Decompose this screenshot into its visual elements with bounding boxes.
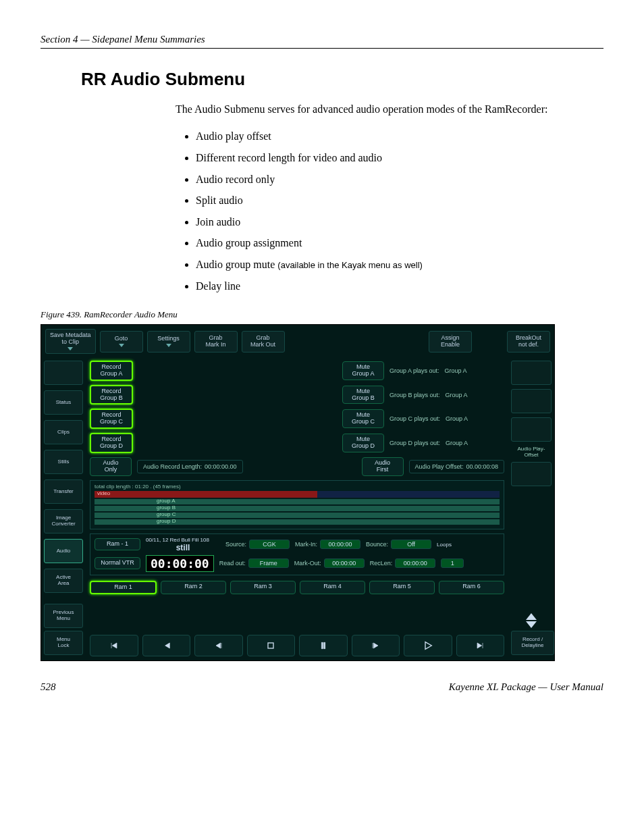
plays-out-label: Group C plays out:: [390, 415, 440, 422]
markout-value[interactable]: 00:00:00: [324, 558, 365, 568]
nav-status[interactable]: Status: [44, 390, 83, 415]
page-title: RR Audio Submenu: [81, 69, 603, 90]
markin-label: Mark-In:: [295, 541, 317, 548]
plays-out-value: Group A: [446, 440, 468, 446]
skip-end-icon: [475, 640, 485, 651]
mute-group-b-button[interactable]: MuteGroup B: [342, 386, 384, 405]
pause-button[interactable]: [299, 635, 348, 656]
timeline-view[interactable]: total clip length : 01:20 . (45 frames): [90, 480, 504, 529]
skip-start-button[interactable]: [90, 635, 138, 656]
audio-play-offset-value: 00.00:00:08: [466, 463, 498, 470]
assign-enable-button[interactable]: AssignEnable: [429, 331, 472, 353]
rewind-button[interactable]: [142, 635, 191, 656]
loops-value[interactable]: 1: [441, 558, 464, 568]
plays-out-label: Group A plays out:: [390, 367, 439, 374]
rewind-icon: [161, 640, 171, 651]
left-nav: Status Clips Stills Transfer ImageConver…: [41, 358, 86, 631]
timecode-display: 00:00:00: [146, 555, 214, 572]
list-item: Audio record only: [196, 171, 603, 188]
transport-bar: [86, 631, 508, 660]
audio-play-offset-slider-label: Audio Play-Offset: [511, 446, 552, 458]
mode-button[interactable]: Normal VTR: [95, 557, 140, 569]
track-group-b: [95, 506, 500, 511]
source-value[interactable]: CGK: [249, 540, 290, 549]
nav-stills[interactable]: Stills: [44, 450, 83, 474]
track-group-c: [95, 513, 500, 518]
screenshot-panel: Save Metadatato Clip Goto Settings GrabM…: [41, 324, 555, 661]
step-back-button[interactable]: [194, 635, 243, 656]
track-video: [95, 491, 500, 498]
stop-icon: [265, 640, 276, 651]
reclen-value[interactable]: 00:00:00: [395, 558, 435, 568]
record-group-c-button[interactable]: RecordGroup C: [90, 409, 133, 429]
list-item: Delay line: [196, 278, 603, 295]
audio-rec-length-label: Audio Record Length:: [143, 463, 202, 470]
intro-paragraph: The Audio Submenu serves for advanced au…: [176, 102, 603, 117]
record-group-a-button[interactable]: RecordGroup A: [90, 361, 133, 381]
figure-caption: Figure 439. RamRecorder Audio Menu: [41, 309, 603, 320]
skip-start-icon: [109, 640, 119, 651]
step-back-icon: [213, 640, 224, 651]
breakout-button[interactable]: BreakOutnot def.: [507, 331, 550, 353]
nav-previous-menu[interactable]: PreviousMenu: [44, 604, 83, 628]
reclen-label: RecLen:: [370, 560, 393, 567]
tab-ram-5[interactable]: Ram 5: [369, 581, 435, 594]
goto-button[interactable]: Goto: [100, 331, 143, 353]
right-slot[interactable]: [511, 462, 552, 486]
right-slot[interactable]: [511, 361, 552, 385]
right-column: Audio Play-Offset: [508, 358, 554, 631]
plays-out-value: Group A: [445, 367, 467, 374]
tab-ram-4[interactable]: Ram 4: [300, 581, 365, 594]
record-group-b-button[interactable]: RecordGroup B: [90, 385, 133, 405]
save-metadata-button[interactable]: Save Metadatato Clip: [45, 329, 96, 354]
svg-rect-0: [268, 643, 273, 648]
mute-group-a-button[interactable]: MuteGroup A: [342, 361, 384, 380]
skip-end-button[interactable]: [456, 635, 505, 656]
feature-list: Audio play offset Different record lengt…: [176, 128, 603, 294]
ram-tabs: Ram 1 Ram 2 Ram 3 Ram 4 Ram 5 Ram 6: [90, 581, 504, 594]
readout-label: Read out:: [219, 560, 246, 567]
stop-button[interactable]: [247, 635, 296, 656]
nav-blank[interactable]: [44, 361, 83, 385]
play-button[interactable]: [404, 635, 452, 656]
tab-ram-2[interactable]: Ram 2: [161, 581, 226, 594]
clip-name: 00/11, 12 Red Bull Fill 108: [146, 537, 220, 543]
record-delayline-button[interactable]: Record /Delayline: [511, 631, 554, 655]
nav-image-converter[interactable]: ImageConverter: [44, 509, 83, 533]
audio-rec-length-value: 00:00:00.00: [205, 463, 237, 470]
right-slot[interactable]: [511, 389, 552, 413]
mute-group-c-button[interactable]: MuteGroup C: [342, 409, 384, 428]
up-down-stepper[interactable]: [511, 613, 552, 628]
markin-value[interactable]: 00:00:00: [320, 540, 360, 549]
tab-ram-3[interactable]: Ram 3: [230, 581, 296, 594]
still-label: still: [146, 543, 220, 552]
step-forward-icon: [370, 640, 381, 651]
readout-value[interactable]: Frame: [248, 558, 289, 568]
tab-ram-1[interactable]: Ram 1: [90, 581, 157, 594]
list-item: Audio play offset: [196, 128, 603, 145]
footer-manual-name: Kayenne XL Package — User Manual: [449, 681, 603, 693]
settings-button[interactable]: Settings: [147, 331, 190, 353]
pause-icon: [318, 640, 329, 651]
grab-mark-out-button[interactable]: GrabMark Out: [242, 331, 285, 353]
record-group-d-button[interactable]: RecordGroup D: [90, 433, 133, 453]
tab-ram-6[interactable]: Ram 6: [439, 581, 504, 594]
nav-clips[interactable]: Clips: [44, 420, 83, 444]
audio-only-button[interactable]: AudioOnly: [90, 457, 132, 476]
audio-first-button[interactable]: AudioFirst: [362, 457, 404, 476]
bounce-label: Bounce:: [366, 541, 388, 548]
bounce-value[interactable]: Off: [391, 540, 431, 549]
grab-mark-in-button[interactable]: GrabMark In: [194, 331, 238, 353]
nav-audio[interactable]: Audio: [44, 539, 83, 563]
mute-group-d-button[interactable]: MuteGroup D: [342, 434, 384, 452]
right-slot[interactable]: [511, 417, 552, 442]
nav-transfer[interactable]: Transfer: [44, 479, 83, 504]
plays-out-value: Group A: [446, 415, 468, 422]
nav-active-area[interactable]: ActiveArea: [44, 569, 83, 593]
list-item: Split audio: [196, 192, 603, 209]
ram-selector[interactable]: Ram - 1: [95, 538, 140, 550]
chevron-up-icon: [526, 613, 537, 620]
list-item: Audio group mute (available in the Kayak…: [196, 256, 603, 273]
step-forward-button[interactable]: [352, 635, 400, 656]
menu-lock-button[interactable]: MenuLock: [44, 631, 83, 655]
